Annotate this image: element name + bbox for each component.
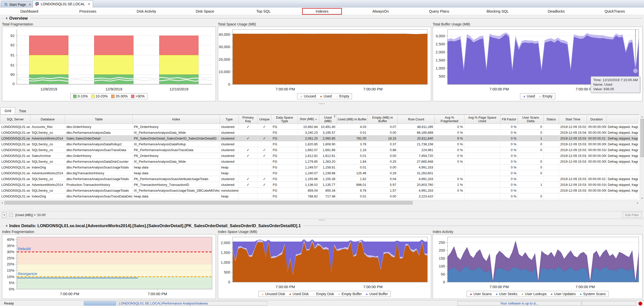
scroll-left-icon[interactable]: ◂ xyxy=(0,200,4,205)
table-row[interactable]: LONDONSQL01.se.localSalesArchivedbo.Orde… xyxy=(0,153,638,159)
nav-item-disk-space[interactable]: Disk Space xyxy=(176,8,234,15)
column-header-used-mb-in-buffer[interactable]: Used (MB) in Buffer xyxy=(337,115,368,124)
cell: IndexOrig xyxy=(30,164,65,170)
nav-item-dashboard[interactable]: Dashboard xyxy=(0,8,59,15)
column-header-index[interactable]: Index xyxy=(133,115,220,124)
chart-index-space-usage: 05001,0001,5002,0007:00:00 PM7:00:00 PM▲… xyxy=(218,234,431,299)
filter-enabled-checkbox[interactable]: ✓ xyxy=(9,213,13,217)
table-row[interactable]: LONDONSQL01.se.localSQLSentry_codbo.Perf… xyxy=(0,159,638,164)
column-header-database[interactable]: Database xyxy=(30,115,65,124)
cell: 224,961 xyxy=(398,147,435,153)
cell: PK_PerformanceAnalysisSsasAttributeUsage… xyxy=(133,176,220,182)
column-header-primary-key[interactable]: Primary Key xyxy=(239,115,258,124)
cell: FG xyxy=(271,176,298,182)
table-row[interactable]: LONDONSQL01.se.localSQLSentry_codbo.Perf… xyxy=(0,130,638,135)
cell: 18.15 xyxy=(368,135,398,141)
collapse-icon[interactable]: ∧ xyxy=(6,224,8,227)
cell: dbo.OrderHistory xyxy=(65,124,133,130)
table-row[interactable]: LONDONSQL01.se.localIndexOrigdbo.Perform… xyxy=(0,193,638,199)
column-header-fill-factor[interactable]: Fill Factor xyxy=(500,115,518,124)
cell: 0 % xyxy=(435,176,464,182)
svg-text:500: 500 xyxy=(439,74,445,78)
table-row[interactable]: LONDONSQL01.se.localSQLSentry_codbo.Perf… xyxy=(0,176,638,182)
collapse-icon[interactable]: ∧ xyxy=(6,16,8,20)
cell: 3,240.23 xyxy=(298,130,319,135)
table-row[interactable]: LONDONSQL01.se.localAdventureWorks2014db… xyxy=(0,170,638,176)
column-header-status[interactable]: Status xyxy=(544,115,559,124)
cell: 0 % xyxy=(435,141,464,147)
cell: heap data xyxy=(133,193,220,199)
horizontal-scrollbar[interactable]: ◂ ▸ xyxy=(0,200,640,205)
tab-grid[interactable]: Grid xyxy=(1,107,15,114)
column-header-empty-mb-in-buffer[interactable]: Empty (MB) in Buffer xyxy=(368,115,398,124)
nav-item-top-sql[interactable]: Top SQL xyxy=(234,8,293,15)
svg-text:200: 200 xyxy=(439,248,445,252)
cell: dbo.PerformanceAnalysisSsasUsageTotals xyxy=(65,188,133,193)
column-header-data-space-type[interactable]: Data Space Type xyxy=(271,115,298,124)
column-header-type[interactable]: Type xyxy=(220,115,239,124)
table-row[interactable]: LONDONSQL01.se.localSQLSentry_codbo.Perf… xyxy=(0,141,638,147)
table-row[interactable]: LONDONSQL01.se.localAccounts_Recdbo.Orde… xyxy=(0,124,638,130)
column-header-sql-server[interactable]: SQL Server xyxy=(0,115,30,124)
chart-title-index-space-usage: Index Space Usage (MB) xyxy=(218,230,257,234)
column-header-unique[interactable]: Unique xyxy=(258,115,271,124)
table-row[interactable]: LONDONSQL01.se.localAdventureWorks2014Pr… xyxy=(0,182,638,188)
chart-canvas: 0%5%10%15%20%25%30%35%40%RebuildReorgani… xyxy=(2,234,216,299)
close-icon[interactable]: ✕ xyxy=(88,2,90,6)
cell: LONDONSQL01.se.local xyxy=(0,130,30,135)
cell xyxy=(239,141,258,147)
splitter-handle[interactable]: ••••• xyxy=(0,219,644,221)
cell: FG xyxy=(271,164,298,170)
remove-filter-button[interactable]: ✕ xyxy=(2,213,7,217)
scroll-down-icon[interactable]: ▾ xyxy=(640,196,644,200)
column-header-start-time[interactable]: Start Time xyxy=(559,115,587,124)
column-header-table[interactable]: Table xyxy=(65,115,133,124)
close-icon[interactable]: ✕ xyxy=(29,3,31,6)
cell: 00:00:00.000 xyxy=(587,124,607,130)
column-header-used-mb-[interactable]: Used (MB) xyxy=(319,115,337,124)
nav-item-processes[interactable]: Processes xyxy=(59,8,117,15)
table-row[interactable]: LONDONSQL01.se.localAdventureWorks2014Sa… xyxy=(0,135,638,141)
chart-title-total-space-usage: Total Space Usage (MB) xyxy=(218,22,256,26)
nav-item-quicktraces[interactable]: QuickTraces xyxy=(585,8,644,15)
update-notice[interactable]: Your software is up to d... xyxy=(457,301,581,305)
edit-filter-button[interactable]: Edit Filter xyxy=(623,212,641,218)
scrollbar-thumb[interactable] xyxy=(5,201,413,205)
splitter-handle[interactable]: ••••• xyxy=(0,103,644,105)
cell: FG xyxy=(271,170,298,176)
scroll-up-icon[interactable]: ▴ xyxy=(640,114,644,119)
column-header-avg-fragmented[interactable]: Avg % Fragmented xyxy=(435,115,464,124)
tab-start-page[interactable]: Start Page ✕ xyxy=(2,1,34,8)
nav-item-query-plans[interactable]: Query Plans xyxy=(410,8,468,15)
column-header-avg-page-space-used[interactable]: Avg % Page Space Used xyxy=(464,115,500,124)
column-header-duration[interactable]: Duration xyxy=(587,115,607,124)
column-header-row-count[interactable]: Row Count xyxy=(398,115,435,124)
nav-item-deadlocks[interactable]: Deadlocks xyxy=(527,8,586,15)
vertical-scrollbar[interactable]: ▴ ▾ xyxy=(640,114,644,200)
cell xyxy=(258,164,271,170)
chart-total-buffer-usage: 5001,0001,5002,0002,5003,0007:00:00 PM7:… xyxy=(433,27,642,101)
nav-item-alwayson[interactable]: AlwaysOn xyxy=(351,8,410,15)
cell: Defrag skipped, fragmen xyxy=(607,176,638,182)
tab-tree[interactable]: Tree xyxy=(15,108,30,114)
nav-item-blocking-sql[interactable]: Blocking SQL xyxy=(468,8,527,15)
table-row[interactable]: LONDONSQL01.se.localSQLSentry_codbo.Perf… xyxy=(0,147,638,153)
scroll-right-icon[interactable]: ▸ xyxy=(635,200,640,205)
cell xyxy=(464,141,500,147)
cell: 27,665,948 xyxy=(398,159,435,164)
tab-server[interactable]: W LONDONSQL01.SE.LOCAL ✕ xyxy=(33,0,93,8)
column-header-user-scans-delta[interactable]: User Scans Delta xyxy=(518,115,544,124)
svg-text:90: 90 xyxy=(10,72,15,77)
cell: ✓ xyxy=(239,135,258,141)
table-row[interactable]: LONDONSQL01.se.localIndexOrigdbo.Perform… xyxy=(0,164,638,170)
nav-item-disk-activity[interactable]: Disk Activity xyxy=(117,8,176,15)
cell: 0.01 xyxy=(337,130,368,135)
table-row[interactable]: LONDONSQL01.se.localSQLSentry_codbo.Perf… xyxy=(0,188,638,193)
nav-item-indexes[interactable]: Indexes xyxy=(293,8,351,15)
column-header-status-text[interactable] xyxy=(607,115,638,124)
cell xyxy=(239,130,258,135)
scrollbar-thumb[interactable] xyxy=(640,119,644,157)
cell xyxy=(258,130,271,135)
column-header-size-mb-[interactable]: Size (MB)▼ xyxy=(298,115,319,124)
cell: 0.29 xyxy=(368,170,398,176)
